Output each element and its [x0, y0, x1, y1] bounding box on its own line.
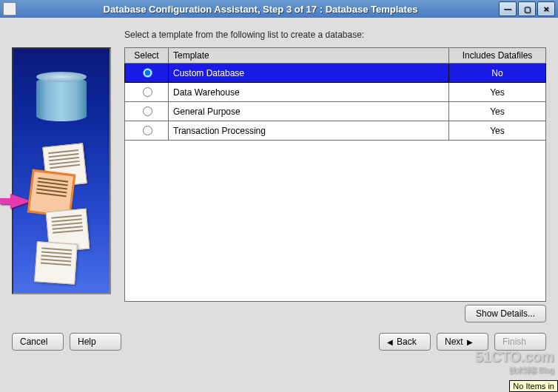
- back-label: Back: [397, 337, 417, 347]
- chevron-right-icon: ▶: [467, 338, 473, 346]
- show-details-button[interactable]: Show Details...: [465, 305, 546, 322]
- finish-button[interactable]: Finish: [494, 333, 546, 351]
- table-row[interactable]: General Purpose Yes: [125, 102, 546, 121]
- table-header-row: Select Template Includes Datafiles: [125, 48, 546, 64]
- template-radio[interactable]: [143, 68, 152, 78]
- template-radio[interactable]: [143, 107, 152, 116]
- radio-cell[interactable]: [125, 121, 169, 141]
- template-name-cell: Data Warehouse: [169, 83, 449, 102]
- arrow-icon: [10, 194, 31, 209]
- template-radio[interactable]: [143, 87, 152, 97]
- table-row[interactable]: Custom Database No: [125, 64, 546, 83]
- details-row: Show Details...: [124, 305, 546, 322]
- template-table: Select Template Includes Datafiles Custo…: [124, 47, 546, 141]
- radio-cell[interactable]: [125, 83, 169, 102]
- database-cylinder-icon: [36, 77, 87, 121]
- radio-cell[interactable]: [125, 64, 169, 83]
- col-header-includes: Includes Datafiles: [449, 48, 546, 64]
- cancel-button[interactable]: Cancel: [12, 333, 64, 351]
- next-button[interactable]: Next ▶: [437, 333, 488, 351]
- includes-cell: Yes: [449, 83, 546, 102]
- template-name-cell: Custom Database: [169, 64, 449, 83]
- window-titlebar: Database Configuration Assistant, Step 3…: [0, 0, 558, 18]
- wizard-side-image: [12, 47, 111, 294]
- content-area: Select a template from the following lis…: [0, 18, 558, 328]
- back-button[interactable]: ◀ Back: [379, 333, 431, 351]
- help-button[interactable]: Help: [70, 333, 121, 351]
- tray-tooltip: No Items in: [509, 380, 558, 392]
- table-empty-area: [124, 141, 546, 302]
- next-label: Next: [445, 337, 463, 347]
- instruction-text: Select a template from the following lis…: [124, 30, 546, 40]
- window-title: Database Configuration Assistant, Step 3…: [22, 4, 499, 15]
- radio-cell[interactable]: [125, 102, 169, 121]
- watermark-sub: 技术博客 Blog: [475, 365, 554, 376]
- includes-cell: No: [449, 64, 546, 83]
- chevron-left-icon: ◀: [387, 338, 393, 346]
- template-name-cell: General Purpose: [169, 102, 449, 121]
- table-row[interactable]: Transaction Processing Yes: [125, 121, 546, 141]
- app-icon: [3, 2, 16, 16]
- minimize-button[interactable]: —: [499, 1, 517, 16]
- main-panel: Select a template from the following lis…: [124, 30, 546, 322]
- template-radio[interactable]: [143, 126, 152, 135]
- maximize-button[interactable]: ▢: [518, 1, 536, 16]
- includes-cell: Yes: [449, 102, 546, 121]
- includes-cell: Yes: [449, 121, 546, 141]
- table-row[interactable]: Data Warehouse Yes: [125, 83, 546, 102]
- col-header-select: Select: [125, 48, 169, 64]
- bottom-button-bar: Cancel Help ◀ Back Next ▶ Finish: [0, 328, 558, 358]
- col-header-template: Template: [169, 48, 449, 64]
- close-button[interactable]: ✕: [537, 1, 555, 16]
- template-name-cell: Transaction Processing: [169, 121, 449, 141]
- window-controls: — ▢ ✕: [499, 1, 555, 16]
